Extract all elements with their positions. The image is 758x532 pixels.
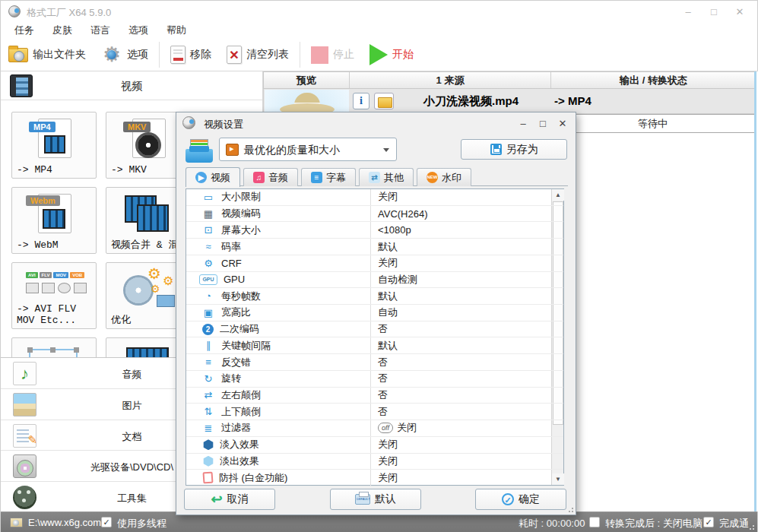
setting-value[interactable]: 默认 <box>378 240 398 254</box>
setting-value[interactable]: 自动 <box>378 306 398 319</box>
setting-label: 每秒帧数 <box>221 290 369 303</box>
settings-list: ▲ ▼ ▭大小限制关闭▦视频编码AVC(H264)⊡屏幕大小<1080p≈码率默… <box>186 188 564 486</box>
queue-header-row: 预览 1 来源 输出 / 转换状态 <box>263 71 756 89</box>
setting-value[interactable]: 否 <box>378 356 388 369</box>
dialog-resize-grip[interactable] <box>566 505 574 513</box>
setting-value[interactable]: 关闭 <box>378 454 398 468</box>
setting-row-two-pass[interactable]: 2二次编码否 <box>186 321 563 338</box>
setting-row-chip[interactable]: ▦视频编码AVC(H264) <box>186 206 563 223</box>
menu-task[interactable]: 任务 <box>14 24 34 37</box>
setting-value[interactable]: 关闭 <box>378 438 398 451</box>
column-divider <box>370 321 371 337</box>
menu-skin[interactable]: 皮肤 <box>52 24 72 37</box>
save-as-button[interactable]: 另存为 <box>461 139 567 160</box>
multithread-checkbox[interactable]: ✓ <box>101 517 112 527</box>
tab-label: 字幕 <box>326 171 346 185</box>
setting-row-monitor[interactable]: ⊡屏幕大小<1080p <box>186 222 563 239</box>
default-label: 默认 <box>375 492 396 506</box>
options-button[interactable]: ⚙ 选项 <box>94 40 156 70</box>
setting-value[interactable]: 自动检测 <box>378 273 417 287</box>
setting-row-speedometer[interactable]: ◔每秒帧数默认 <box>186 288 563 305</box>
setting-row-gear[interactable]: ⚙CRF关闭 <box>186 255 563 272</box>
column-source[interactable]: 1 来源 <box>350 72 551 88</box>
start-button[interactable]: 开始 <box>362 40 421 70</box>
notify-checkbox[interactable]: ✓ <box>703 517 714 527</box>
output-folder-button[interactable]: 输出文件夹 <box>1 40 94 70</box>
setting-label: 左右颠倒 <box>221 388 369 402</box>
setting-value[interactable]: 默认 <box>378 290 398 303</box>
tab-video[interactable]: ▶ 视频 <box>186 167 240 187</box>
output-path-folder-icon[interactable] <box>10 518 23 527</box>
video-category-header[interactable]: 视频 <box>1 71 262 100</box>
flip-vertical-icon: ⇅ <box>201 406 215 417</box>
setting-label: 防抖 (白金功能) <box>219 471 367 485</box>
column-divider <box>370 272 371 288</box>
output-folder-label: 输出文件夹 <box>33 48 86 62</box>
card-to-avi-flv-mov[interactable]: AVIFLVMOVVOB -> AVI FLV MOV Etc... <box>11 262 97 329</box>
setting-value[interactable]: 关闭 <box>378 256 398 270</box>
dialog-minimize-icon[interactable]: – <box>513 112 533 134</box>
setting-row-aspect-ratio[interactable]: ▣宽高比自动 <box>186 305 563 321</box>
setting-value[interactable]: 否 <box>378 388 388 402</box>
setting-row-deinterlace[interactable]: ≡反交错否 <box>186 354 563 371</box>
stop-button[interactable]: 停止 <box>303 40 362 70</box>
dialog-titlebar[interactable]: 视频设置 – □ ✕ <box>176 112 576 134</box>
tab-subtitle[interactable]: ≡ 字幕 <box>301 168 356 186</box>
tab-other[interactable]: ⇄ 其他 <box>359 168 414 186</box>
setting-value[interactable]: 否 <box>378 405 388 419</box>
setting-label: 宽高比 <box>221 306 369 319</box>
tab-audio[interactable]: ♫ 音频 <box>243 168 298 186</box>
tab-watermark[interactable]: NEW 水印 <box>417 168 471 186</box>
column-divider <box>370 470 371 486</box>
setting-value[interactable]: AVC(H264) <box>378 208 428 220</box>
menu-language[interactable]: 语言 <box>90 24 110 37</box>
setting-row-filter[interactable]: ≣过滤器off关闭 <box>186 420 563 437</box>
options-label: 选项 <box>127 48 148 62</box>
window-resize-grip[interactable] <box>747 523 755 530</box>
setting-row-fade-out[interactable]: 淡出效果关闭 <box>186 454 563 470</box>
setting-row-rotate[interactable]: ↻旋转否 <box>186 371 563 388</box>
profile-dropdown[interactable]: 最优化的质量和大小 <box>219 138 397 161</box>
setting-value[interactable]: <1080p <box>378 224 411 236</box>
menu-help[interactable]: 帮助 <box>167 24 186 37</box>
setting-value[interactable]: 关闭 <box>378 190 398 204</box>
open-folder-button[interactable] <box>374 93 394 109</box>
ok-button[interactable]: ✓ 确定 <box>475 489 566 510</box>
cancel-button[interactable]: ↩ 取消 <box>184 489 275 510</box>
setting-row-bitrate-waves[interactable]: ≈码率默认 <box>186 239 563 255</box>
video-preview-thumbnail[interactable] <box>265 90 349 113</box>
card-to-mp4[interactable]: MP4 -> MP4 <box>11 112 97 179</box>
card-to-webm[interactable]: Webm -> WebM <box>11 187 97 254</box>
shutdown-checkbox[interactable] <box>589 517 600 527</box>
gear-icon: ⚙ <box>151 283 160 295</box>
setting-value[interactable]: 否 <box>378 322 388 336</box>
remove-button[interactable]: 移除 <box>163 40 219 70</box>
close-icon[interactable]: ✕ <box>727 1 753 22</box>
maximize-icon[interactable]: □ <box>701 1 727 22</box>
setting-value[interactable]: off关闭 <box>378 421 417 435</box>
column-output-status[interactable]: 输出 / 转换状态 <box>551 72 756 88</box>
setting-row-fade-in[interactable]: 淡入效果关闭 <box>186 437 563 454</box>
minimize-icon[interactable]: – <box>675 1 701 22</box>
setting-value[interactable]: 关闭 <box>378 471 398 485</box>
media-info-button[interactable]: i <box>353 93 369 109</box>
setting-value[interactable]: 否 <box>378 372 388 385</box>
clear-list-button[interactable]: ✕ 清空列表 <box>219 40 297 70</box>
dialog-close-icon[interactable]: ✕ <box>553 112 572 134</box>
setting-value[interactable]: 默认 <box>378 339 398 353</box>
options-gear-icon: ⚙ <box>101 44 122 65</box>
column-divider <box>370 239 371 255</box>
setting-row-stabilize-frame[interactable]: 防抖 (白金功能)关闭 <box>186 470 563 486</box>
output-path[interactable]: E:\www.x6g.com <box>28 517 101 528</box>
setting-row-ruler[interactable]: ▭大小限制关闭 <box>186 189 563 206</box>
column-preview[interactable]: 预览 <box>264 72 350 88</box>
bitrate-waves-icon: ≈ <box>201 241 215 252</box>
setting-row-flip-vertical[interactable]: ⇅上下颠倒否 <box>186 404 563 420</box>
setting-row-keyframe[interactable]: ∥关键帧间隔默认 <box>186 337 563 354</box>
dialog-maximize-icon[interactable]: □ <box>533 112 553 134</box>
default-button[interactable]: 默认 <box>330 489 421 510</box>
setting-row-flip-horizontal[interactable]: ⇄左右颠倒否 <box>186 388 563 404</box>
menu-options[interactable]: 选项 <box>128 24 148 37</box>
queue-task-row[interactable]: i 小刀洗澡视频.mp4 -> MP4 <box>263 89 756 114</box>
setting-row-gpu-badge[interactable]: GPUGPU自动检测 <box>186 272 563 289</box>
